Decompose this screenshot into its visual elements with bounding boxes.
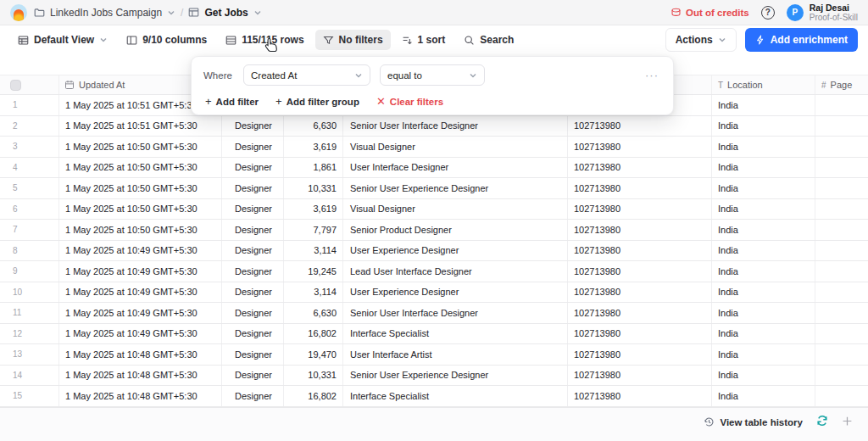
cell-geo-id[interactable]: 102713980 bbox=[568, 220, 712, 240]
column-header-location[interactable]: T Location bbox=[712, 75, 815, 94]
add-enrichment-button[interactable]: Add enrichment bbox=[745, 28, 858, 52]
cell-updated-at[interactable]: 1 May 2025 at 10:49 GMT+5:30 bbox=[59, 261, 222, 282]
cell-updated-at[interactable]: 1 May 2025 at 10:48 GMT+5:30 bbox=[59, 386, 222, 406]
cell-job-title[interactable]: Senior User Experience Designer bbox=[343, 366, 568, 386]
cell-updated-at[interactable]: 1 May 2025 at 10:49 GMT+5:30 bbox=[59, 324, 222, 344]
cell-geo-id[interactable]: 102713980 bbox=[568, 366, 712, 386]
view-table-history-button[interactable]: View table history bbox=[704, 416, 803, 427]
cell-count[interactable]: 3,619 bbox=[284, 137, 343, 157]
cell-geo-id[interactable]: 102713980 bbox=[568, 158, 712, 178]
cell-updated-at[interactable]: 1 May 2025 at 10:48 GMT+5:30 bbox=[59, 366, 222, 386]
cell-page[interactable] bbox=[815, 220, 868, 240]
add-filter-button[interactable]: + Add filter bbox=[205, 95, 259, 108]
cell-updated-at[interactable]: 1 May 2025 at 10:49 GMT+5:30 bbox=[59, 241, 222, 261]
cell-geo-id[interactable]: 102713980 bbox=[568, 178, 712, 198]
cell-updated-at[interactable]: 1 May 2025 at 10:51 GMT+5:30 bbox=[59, 116, 222, 137]
cell-job-function[interactable]: Designer bbox=[222, 137, 284, 157]
cell-geo-id[interactable]: 102713980 bbox=[568, 324, 712, 344]
cell-job-title[interactable]: User Experience Designer bbox=[343, 282, 568, 303]
cell-job-title[interactable]: User Experience Designer bbox=[343, 241, 568, 261]
cell-page[interactable] bbox=[815, 261, 868, 282]
clear-filters-button[interactable]: ✕ Clear filters bbox=[376, 95, 443, 108]
cell-job-function[interactable]: Designer bbox=[222, 344, 284, 365]
cell-page[interactable] bbox=[815, 241, 868, 261]
cell-updated-at[interactable]: 1 May 2025 at 10:50 GMT+5:30 bbox=[59, 199, 222, 220]
row-number[interactable]: 8 bbox=[0, 241, 59, 261]
cell-geo-id[interactable]: 102713980 bbox=[568, 344, 712, 365]
user-menu[interactable]: P Raj Desai Proof-of-Skill bbox=[787, 3, 858, 23]
cell-job-function[interactable]: Designer bbox=[222, 366, 284, 386]
cell-count[interactable]: 6,630 bbox=[284, 116, 343, 137]
cell-location[interactable]: India bbox=[712, 137, 815, 157]
select-all-checkbox[interactable] bbox=[10, 80, 21, 91]
cell-count[interactable]: 3,619 bbox=[284, 199, 343, 220]
cell-geo-id[interactable]: 102713980 bbox=[568, 303, 712, 323]
cell-job-function[interactable]: Designer bbox=[222, 282, 284, 303]
cell-job-function[interactable]: Designer bbox=[222, 178, 284, 198]
cell-geo-id[interactable]: 102713980 bbox=[568, 386, 712, 406]
row-number[interactable]: 5 bbox=[0, 178, 59, 198]
row-number[interactable]: 7 bbox=[0, 220, 59, 240]
cell-geo-id[interactable]: 102713980 bbox=[568, 116, 712, 137]
cell-job-title[interactable]: Senior User Interface Designer bbox=[343, 116, 568, 137]
cell-job-title[interactable]: Visual Designer bbox=[343, 137, 568, 157]
cell-updated-at[interactable]: 1 May 2025 at 10:50 GMT+5:30 bbox=[59, 158, 222, 178]
cell-job-title[interactable]: Interface Specialist bbox=[343, 324, 568, 344]
cell-job-function[interactable]: Designer bbox=[222, 261, 284, 282]
row-number[interactable]: 10 bbox=[0, 282, 59, 303]
cell-geo-id[interactable]: 102713980 bbox=[568, 199, 712, 220]
refresh-icon[interactable] bbox=[816, 415, 828, 429]
cell-page[interactable] bbox=[815, 303, 868, 323]
chevron-down-icon[interactable] bbox=[167, 8, 175, 17]
cell-page[interactable] bbox=[815, 158, 868, 178]
cell-location[interactable]: India bbox=[712, 324, 815, 344]
cell-geo-id[interactable]: 102713980 bbox=[568, 261, 712, 282]
cell-job-title[interactable]: Lead User Interface Designer bbox=[343, 261, 568, 282]
cell-job-function[interactable]: Designer bbox=[222, 386, 284, 406]
cell-job-function[interactable]: Designer bbox=[222, 324, 284, 344]
cell-job-title[interactable]: Interface Specialist bbox=[343, 386, 568, 406]
filter-row-menu-icon[interactable]: ··· bbox=[643, 69, 661, 81]
filters-button[interactable]: No filters bbox=[315, 30, 391, 50]
cell-location[interactable]: India bbox=[712, 303, 815, 323]
sort-button[interactable]: 1 sort bbox=[394, 30, 453, 50]
cell-count[interactable]: 10,331 bbox=[284, 178, 343, 198]
cell-location[interactable]: India bbox=[712, 220, 815, 240]
add-filter-group-button[interactable]: + Add filter group bbox=[275, 95, 359, 108]
cell-location[interactable]: India bbox=[712, 199, 815, 220]
chevron-down-icon[interactable] bbox=[253, 8, 262, 17]
cell-location[interactable]: India bbox=[712, 366, 815, 386]
cell-page[interactable] bbox=[815, 199, 868, 220]
cell-location[interactable]: India bbox=[712, 386, 815, 406]
cell-location[interactable]: India bbox=[712, 178, 815, 198]
select-all-header[interactable] bbox=[0, 75, 59, 94]
row-number[interactable]: 9 bbox=[0, 261, 59, 282]
cell-updated-at[interactable]: 1 May 2025 at 10:50 GMT+5:30 bbox=[59, 137, 222, 157]
cell-page[interactable] bbox=[815, 366, 868, 386]
cell-geo-id[interactable]: 102713980 bbox=[568, 282, 712, 303]
cell-count[interactable]: 19,470 bbox=[284, 344, 343, 365]
cell-page[interactable] bbox=[815, 95, 868, 115]
cell-location[interactable]: India bbox=[712, 116, 815, 137]
cell-location[interactable]: India bbox=[712, 95, 815, 115]
cell-job-title[interactable]: User Interface Designer bbox=[343, 158, 568, 178]
row-number[interactable]: 14 bbox=[0, 366, 59, 386]
cell-job-title[interactable]: Visual Designer bbox=[343, 199, 568, 220]
cell-count[interactable]: 10,331 bbox=[284, 366, 343, 386]
cell-count[interactable]: 19,245 bbox=[284, 261, 343, 282]
cell-job-function[interactable]: Designer bbox=[222, 241, 284, 261]
filter-field-select[interactable]: Created At bbox=[243, 64, 370, 86]
add-row-icon[interactable] bbox=[842, 416, 853, 429]
cell-job-function[interactable]: Designer bbox=[222, 199, 284, 220]
breadcrumb-table[interactable]: Get Jobs bbox=[204, 7, 248, 19]
cell-geo-id[interactable]: 102713980 bbox=[568, 137, 712, 157]
cell-count[interactable]: 16,802 bbox=[284, 386, 343, 406]
out-of-credits-badge[interactable]: Out of credits bbox=[670, 7, 749, 18]
cell-updated-at[interactable]: 1 May 2025 at 10:48 GMT+5:30 bbox=[59, 344, 222, 365]
filter-operator-select[interactable]: equal to bbox=[380, 64, 485, 86]
cell-page[interactable] bbox=[815, 137, 868, 157]
row-number[interactable]: 13 bbox=[0, 344, 59, 365]
cell-page[interactable] bbox=[815, 178, 868, 198]
cell-count[interactable]: 7,797 bbox=[284, 220, 343, 240]
cell-page[interactable] bbox=[815, 282, 868, 303]
